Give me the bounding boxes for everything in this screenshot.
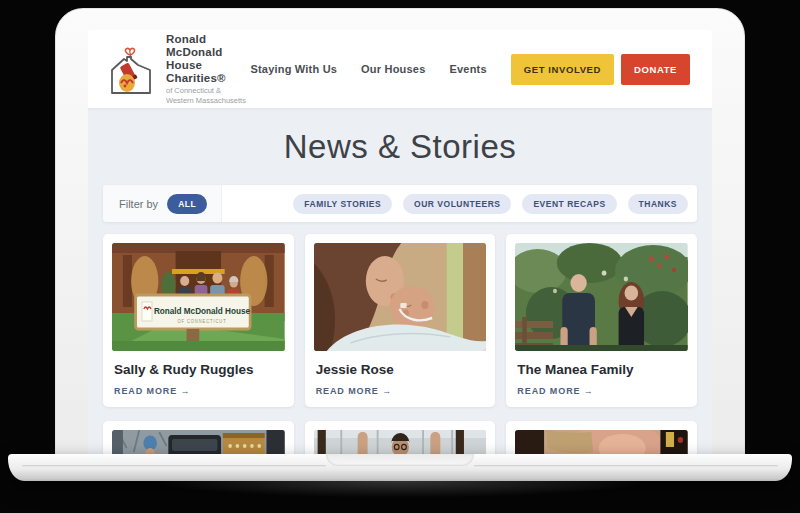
story-photo-partial-1[interactable] <box>112 430 285 456</box>
filter-by-section: Filter by ALL <box>103 185 222 222</box>
story-card-partial-1[interactable] <box>103 421 294 456</box>
story-card-jessie-rose[interactable]: Jessie Rose READ MORE → <box>305 234 496 407</box>
read-more-link[interactable]: READ MORE → <box>316 386 485 396</box>
filter-pill-all[interactable]: ALL <box>167 194 207 214</box>
filter-bar: Filter by ALL FAMILY STORIES OUR VOLUNTE… <box>103 185 697 222</box>
story-title: Jessie Rose <box>316 362 485 377</box>
page-title: News & Stories <box>88 108 712 164</box>
story-photo-partial-3[interactable] <box>515 430 688 456</box>
story-cards-row-2 <box>103 421 697 456</box>
rmhc-logo[interactable]: Ronald McDonald House Charities® of Conn… <box>104 33 250 105</box>
story-cards-row-1: Ronald McDonald House OF CONNECTICUT Sal… <box>103 234 697 407</box>
nav-our-houses[interactable]: Our Houses <box>361 63 425 75</box>
story-title: The Manea Family <box>517 362 686 377</box>
laptop-base-seam-left <box>22 465 326 467</box>
filter-pill-event-recaps[interactable]: EVENT RECAPS <box>522 194 616 214</box>
rmhc-website: Ronald McDonald House Charities® of Conn… <box>88 30 712 456</box>
rmhc-logo-text: Ronald McDonald House Charities® of Conn… <box>166 33 250 105</box>
story-photo-partial-2[interactable] <box>314 430 487 456</box>
laptop-bezel: Ronald McDonald House Charities® of Conn… <box>55 8 745 455</box>
rmh-sign-subtext: OF CONNECTICUT <box>177 319 226 324</box>
filter-pill-family-stories[interactable]: FAMILY STORIES <box>293 194 392 214</box>
logo-line-1: Ronald McDonald <box>166 33 250 59</box>
story-card-partial-3[interactable] <box>506 421 697 456</box>
read-more-link[interactable]: READ MORE → <box>517 386 686 396</box>
main-nav: Staying With Us Our Houses Events GET IN… <box>250 54 690 85</box>
site-header: Ronald McDonald House Charities® of Conn… <box>88 30 712 108</box>
story-card-manea-family[interactable]: The Manea Family READ MORE → <box>506 234 697 407</box>
story-card-partial-2[interactable] <box>305 421 496 456</box>
filter-pill-thanks[interactable]: THANKS <box>628 194 688 214</box>
nav-events[interactable]: Events <box>449 63 486 75</box>
filter-pill-our-volunteers[interactable]: OUR VOLUNTEERS <box>403 194 511 214</box>
rmh-sign-text: Ronald McDonald House <box>154 306 250 316</box>
rmhc-house-heart-icon <box>104 43 158 95</box>
logo-line-2: House Charities® <box>166 59 250 85</box>
logo-line-3: of Connecticut & <box>166 86 250 95</box>
story-card-ruggles[interactable]: Ronald McDonald House OF CONNECTICUT Sal… <box>103 234 294 407</box>
laptop-mockup: Ronald McDonald House Charities® of Conn… <box>0 0 800 513</box>
read-more-link[interactable]: READ MORE → <box>114 386 283 396</box>
filter-options: FAMILY STORIES OUR VOLUNTEERS EVENT RECA… <box>222 194 697 214</box>
story-photo-ruggles[interactable]: Ronald McDonald House OF CONNECTICUT <box>112 243 285 351</box>
laptop-base <box>8 454 792 481</box>
donate-button[interactable]: DONATE <box>621 54 690 85</box>
logo-line-4: Western Massachusetts <box>166 96 250 105</box>
laptop-base-seam-right <box>474 465 778 467</box>
story-title: Sally & Rudy Ruggles <box>114 362 283 377</box>
story-photo-jessie-rose[interactable] <box>314 243 487 351</box>
get-involved-button[interactable]: GET INVOLVED <box>511 54 614 85</box>
laptop-shadow <box>70 481 730 503</box>
laptop-base-notch <box>326 454 474 466</box>
filter-by-label: Filter by <box>119 198 158 210</box>
laptop-screen: Ronald McDonald House Charities® of Conn… <box>88 30 712 456</box>
nav-staying-with-us[interactable]: Staying With Us <box>250 63 337 75</box>
story-photo-manea-family[interactable] <box>515 243 688 351</box>
